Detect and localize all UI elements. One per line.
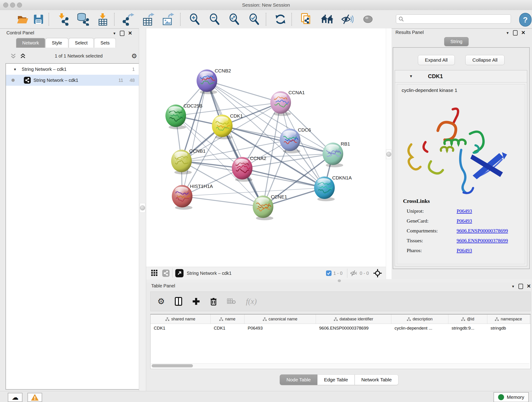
table-cell[interactable]: cyclin-dependent ... xyxy=(391,324,448,332)
export-image-button[interactable] xyxy=(161,12,175,26)
collapse-all-button[interactable]: Collapse All xyxy=(465,55,505,65)
tab-style[interactable]: Style xyxy=(46,38,68,48)
edge-CCNB2-CCNA1[interactable] xyxy=(207,81,281,102)
crosslink-link[interactable]: 9606.ENSP00000378699 xyxy=(457,238,508,244)
gene-section-header[interactable]: ▼ CDK1 xyxy=(395,70,527,83)
string-network-graph[interactable]: CCNB2CCNA1CDC25BCDK1CDC6RB1CCNB1CCNA2CDK… xyxy=(146,28,386,267)
edge-CCNB2-HIST1H1A[interactable] xyxy=(182,81,207,196)
hidden-eye-icon[interactable] xyxy=(350,270,358,276)
node-CDKN1A[interactable]: CDKN1A xyxy=(314,175,352,201)
network-view-canvas[interactable]: CCNB2CCNA1CDC25BCDK1CDC6RB1CCNB1CCNA2CDK… xyxy=(146,28,386,267)
splitter-handle[interactable] xyxy=(338,279,341,282)
vertical-splitter-left[interactable] xyxy=(139,28,146,391)
zoom-fit-button[interactable] xyxy=(228,12,241,26)
network-options-gear-icon[interactable]: ⚙ xyxy=(131,52,137,60)
search-box[interactable] xyxy=(396,14,511,24)
memory-button[interactable]: Memory xyxy=(494,392,529,402)
import-network-file-button[interactable] xyxy=(56,12,70,26)
panel-collapse-icon[interactable]: ▼ xyxy=(113,32,116,35)
delete-column-icon[interactable] xyxy=(210,297,217,306)
node-CDC25B[interactable]: CDC25B xyxy=(165,103,203,129)
column-header-description[interactable]: description xyxy=(391,314,448,324)
section-collapse-icon[interactable]: ▼ xyxy=(409,74,413,78)
network-list-icon[interactable] xyxy=(162,269,170,277)
tree-expand-icon[interactable]: ▼ xyxy=(13,67,17,71)
panel-close-icon[interactable]: ✕ xyxy=(128,30,132,36)
detach-view-icon[interactable] xyxy=(175,269,184,277)
tab-network[interactable]: Network xyxy=(16,38,45,48)
birds-eye-view-icon[interactable] xyxy=(373,269,382,278)
grid-view-icon[interactable] xyxy=(151,270,158,277)
vertical-splitter-right[interactable] xyxy=(386,28,392,279)
table-cell[interactable]: CDK1 xyxy=(151,324,210,332)
panel-float-icon[interactable] xyxy=(120,31,124,36)
duplicate-network-button[interactable] xyxy=(300,12,313,26)
expand-all-networks-icon[interactable] xyxy=(20,53,26,59)
tab-select[interactable]: Select xyxy=(69,38,94,48)
table-cell[interactable]: stringdb xyxy=(487,324,530,332)
table-row[interactable]: CDK1CDK1P064939606.ENSP00000378699cyclin… xyxy=(151,324,530,332)
node-CCNA1[interactable]: CCNA1 xyxy=(270,90,305,116)
node-CCNE1[interactable]: CCNE1 xyxy=(253,194,287,220)
scrollbar-thumb[interactable] xyxy=(152,364,193,367)
save-session-button[interactable] xyxy=(32,12,45,26)
add-column-icon[interactable] xyxy=(192,298,200,305)
open-session-button[interactable] xyxy=(16,12,30,26)
import-network-database-button[interactable] xyxy=(76,12,90,26)
node-RB1[interactable]: RB1 xyxy=(323,141,350,167)
column-header-name[interactable]: name xyxy=(210,314,244,324)
crosslink-link[interactable]: 9606.ENSP00000378699 xyxy=(457,228,508,234)
selected-checkbox[interactable] xyxy=(326,270,331,276)
panel-close-icon[interactable]: ✕ xyxy=(527,283,531,289)
expand-all-button[interactable]: Expand All xyxy=(418,55,455,65)
panel-float-icon[interactable] xyxy=(519,284,523,289)
table-cell[interactable]: stringdb:9... xyxy=(448,324,487,332)
node-HIST1H1A[interactable]: HIST1H1A xyxy=(172,184,213,210)
node-CDC6[interactable]: CDC6 xyxy=(280,127,311,153)
show-details-button[interactable] xyxy=(361,12,375,26)
column-header-shared-name[interactable]: shared name xyxy=(151,314,210,324)
column-header-database-identifier[interactable]: database identifier xyxy=(316,314,391,324)
horizontal-scrollbar[interactable] xyxy=(151,363,530,368)
collapse-all-networks-icon[interactable] xyxy=(10,53,17,59)
panel-collapse-icon[interactable]: ▼ xyxy=(511,284,515,288)
node-CCNB2[interactable]: CCNB2 xyxy=(196,68,231,94)
crosslink-link[interactable]: P06493 xyxy=(457,248,472,254)
network-row-selected[interactable]: String Network – cdk1 11 48 xyxy=(6,75,140,86)
warnings-button[interactable] xyxy=(27,393,42,402)
panel-collapse-icon[interactable]: ▼ xyxy=(506,31,509,35)
edge-HIST1H1A-CCNE1[interactable] xyxy=(182,196,263,207)
column-header--id[interactable]: @id xyxy=(448,314,487,324)
show-columns-icon[interactable] xyxy=(175,297,182,306)
apply-layout-button[interactable] xyxy=(273,12,287,26)
tab-sets[interactable]: Sets xyxy=(94,38,116,48)
help-button[interactable]: ? xyxy=(519,13,532,27)
cloud-status-button[interactable]: ☁ xyxy=(8,393,22,402)
crosslink-link[interactable]: P06493 xyxy=(457,208,472,214)
splitter-handle[interactable] xyxy=(386,149,392,159)
tab-node-table[interactable]: Node Table xyxy=(280,375,317,385)
export-network-button[interactable] xyxy=(122,12,136,26)
node-CCNB1[interactable]: CCNB1 xyxy=(171,148,206,174)
zoom-out-button[interactable] xyxy=(208,12,222,26)
column-header-namespace[interactable]: namespace xyxy=(487,314,530,324)
first-neighbors-button[interactable] xyxy=(320,12,334,26)
import-table-file-button[interactable] xyxy=(96,12,110,26)
network-collection-row[interactable]: ▼ String Network – cdk1 1 xyxy=(6,64,140,75)
tab-network-table[interactable]: Network Table xyxy=(355,375,399,385)
panel-float-icon[interactable] xyxy=(513,30,518,36)
column-header-canonical-name[interactable]: canonical name xyxy=(244,314,316,324)
table-options-gear-icon[interactable]: ⚙ xyxy=(157,297,165,306)
crosslink-link[interactable]: P06493 xyxy=(457,218,472,224)
tab-edge-table[interactable]: Edge Table xyxy=(317,375,355,385)
table-cell[interactable]: 9606.ENSP00000378699 xyxy=(316,324,391,332)
edge-CCNB2-CCNE1[interactable] xyxy=(207,81,263,207)
tab-string[interactable]: String xyxy=(444,37,469,46)
panel-close-icon[interactable]: ✕ xyxy=(521,30,525,36)
export-table-button[interactable] xyxy=(142,12,155,26)
table-cell[interactable]: P06493 xyxy=(244,324,316,332)
search-input[interactable] xyxy=(404,17,508,22)
zoom-in-button[interactable] xyxy=(188,12,202,26)
hide-details-button[interactable] xyxy=(341,12,354,26)
table-cell[interactable]: CDK1 xyxy=(210,324,244,332)
